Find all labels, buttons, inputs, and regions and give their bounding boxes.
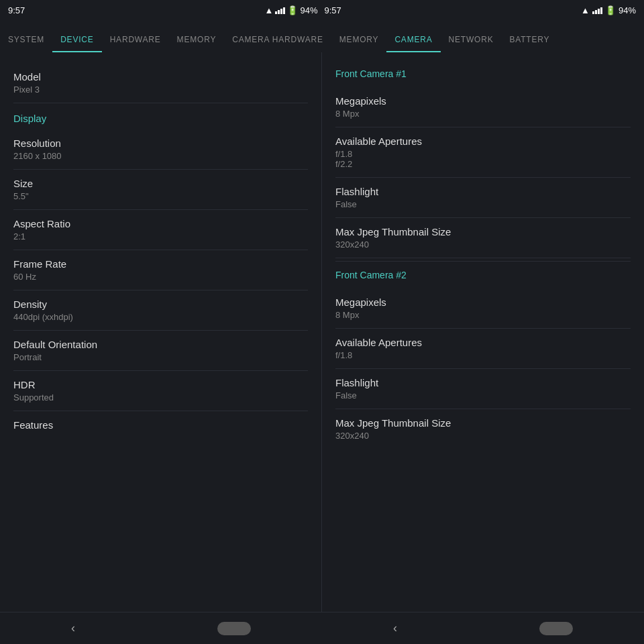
fc1-flashlight-label: Flashlight <box>335 186 631 197</box>
battery-right: 🔋 <box>605 5 616 15</box>
fc1-megapixels-value: 8 Mpx <box>335 109 631 119</box>
fc1-jpeg-value: 320x240 <box>335 239 631 250</box>
tab-camera[interactable]: CAMERA <box>386 27 440 52</box>
time-left: 9:57 <box>8 5 25 15</box>
status-right: ▲ 🔋 94% <box>581 5 636 15</box>
time-center: 9:57 <box>325 5 341 15</box>
tab-system[interactable]: SYSTEM <box>0 27 52 52</box>
battery-pct-center: 94% <box>300 5 317 15</box>
front-camera-2-header: Front Camera #2 <box>335 264 631 288</box>
features-row: Features <box>13 411 308 441</box>
fc2-apertures-row: Available Apertures f/1.8 <box>335 329 631 369</box>
orientation-row: Default Orientation Portrait <box>13 331 308 371</box>
fc1-megapixels-row: Megapixels 8 Mpx <box>335 87 631 127</box>
wifi-icon-right: ▲ <box>581 5 590 15</box>
fc1-flashlight-row: Flashlight False <box>335 178 631 218</box>
fc1-apertures-value: f/1.8f/2.2 <box>335 149 631 169</box>
fc2-apertures-label: Available Apertures <box>335 337 631 348</box>
tab-camera-hardware[interactable]: CAMERA HARDWARE <box>224 27 331 52</box>
fc2-megapixels-row: Megapixels 8 Mpx <box>335 288 631 329</box>
density-label: Density <box>13 299 308 310</box>
fc2-flashlight-row: Flashlight False <box>335 369 631 409</box>
back-button-left[interactable]: ‹ <box>71 621 75 635</box>
resolution-row: Resolution 2160 x 1080 <box>13 129 308 170</box>
signal-bars-center <box>275 6 285 14</box>
fc2-apertures-value: f/1.8 <box>335 350 631 360</box>
home-pill-left[interactable] <box>217 622 251 635</box>
bottom-left: ‹ <box>0 612 322 644</box>
hdr-row: HDR Supported <box>13 371 308 411</box>
fc1-jpeg-row: Max Jpeg Thumbnail Size 320x240 <box>335 218 631 258</box>
density-value: 440dpi (xxhdpi) <box>13 312 308 322</box>
display-section-header: Display <box>13 103 308 129</box>
back-button-right[interactable]: ‹ <box>393 621 397 635</box>
size-label: Size <box>13 178 308 189</box>
right-panel: Front Camera #1 Megapixels 8 Mpx Availab… <box>322 52 644 612</box>
aspect-ratio-value: 2:1 <box>13 231 308 241</box>
fc1-flashlight-value: False <box>335 199 631 209</box>
tab-memory2[interactable]: MEMORY <box>331 27 387 52</box>
aspect-ratio-row: Aspect Ratio 2:1 <box>13 210 308 250</box>
frame-rate-value: 60 Hz <box>13 272 308 282</box>
resolution-label: Resolution <box>13 138 308 149</box>
model-label: Model <box>13 71 308 83</box>
tab-battery[interactable]: BATTERY <box>501 27 557 52</box>
front-camera-1-header: Front Camera #1 <box>335 63 631 87</box>
main-content: Model Pixel 3 Display Resolution 2160 x … <box>0 52 644 612</box>
hdr-label: HDR <box>13 379 308 390</box>
fc1-apertures-row: Available Apertures f/1.8f/2.2 <box>335 127 631 178</box>
bottom-right: ‹ <box>322 612 644 644</box>
resolution-value: 2160 x 1080 <box>13 151 308 161</box>
orientation-value: Portrait <box>13 352 308 362</box>
fc2-jpeg-value: 320x240 <box>335 431 631 441</box>
tab-hardware[interactable]: HARDWARE <box>102 27 169 52</box>
size-value: 5.5" <box>13 191 308 201</box>
aspect-ratio-label: Aspect Ratio <box>13 218 308 229</box>
fc1-apertures-label: Available Apertures <box>335 136 631 147</box>
hdr-value: Supported <box>13 392 308 402</box>
frame-rate-label: Frame Rate <box>13 258 308 270</box>
wifi-icon-center: ▲ <box>265 5 274 15</box>
frame-rate-row: Frame Rate 60 Hz <box>13 250 308 290</box>
left-panel: Model Pixel 3 Display Resolution 2160 x … <box>0 52 322 612</box>
model-row: Model Pixel 3 <box>13 63 308 103</box>
fc2-megapixels-value: 8 Mpx <box>335 310 631 320</box>
fc2-flashlight-label: Flashlight <box>335 377 631 388</box>
status-center: ▲ 🔋 94% 9:57 <box>265 5 341 15</box>
fc2-flashlight-value: False <box>335 390 631 400</box>
status-bar: 9:57 ▲ 🔋 94% 9:57 ▲ 🔋 94% <box>0 0 644 20</box>
nav-tabs: SYSTEM DEVICE HARDWARE MEMORY CAMERA HAR… <box>0 20 644 52</box>
fc2-megapixels-label: Megapixels <box>335 297 631 308</box>
fc2-jpeg-row: Max Jpeg Thumbnail Size 320x240 <box>335 409 631 449</box>
bottom-bar: ‹ ‹ <box>0 612 644 644</box>
camera-divider <box>335 261 631 262</box>
battery-center: 🔋 <box>287 5 298 15</box>
fc2-jpeg-label: Max Jpeg Thumbnail Size <box>335 417 631 429</box>
size-row: Size 5.5" <box>13 170 308 210</box>
tab-memory[interactable]: MEMORY <box>169 27 225 52</box>
tab-device[interactable]: DEVICE <box>52 27 101 52</box>
home-pill-right[interactable] <box>539 622 573 635</box>
fc1-megapixels-label: Megapixels <box>335 95 631 107</box>
density-row: Density 440dpi (xxhdpi) <box>13 290 308 331</box>
status-left: 9:57 <box>8 5 25 15</box>
status-icons-center: ▲ 🔋 94% <box>265 5 318 15</box>
battery-pct-right: 94% <box>619 5 636 15</box>
fc1-jpeg-label: Max Jpeg Thumbnail Size <box>335 226 631 237</box>
features-label: Features <box>13 419 308 431</box>
tab-network[interactable]: NETWORK <box>441 27 502 52</box>
model-value: Pixel 3 <box>13 85 308 95</box>
orientation-label: Default Orientation <box>13 339 308 350</box>
signal-bars-right <box>592 6 602 14</box>
